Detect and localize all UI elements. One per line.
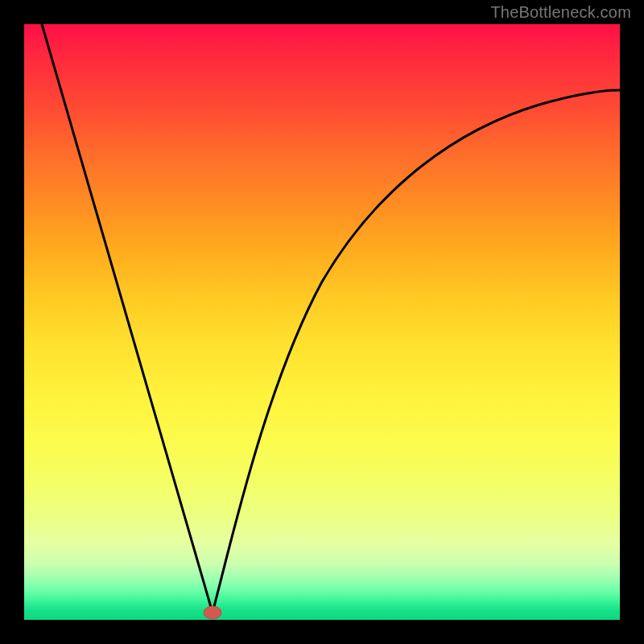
curve-right-branch (213, 90, 620, 613)
curve-left-branch (42, 24, 213, 613)
plot-area (24, 24, 620, 620)
min-marker (204, 606, 221, 619)
curve-layer (24, 24, 620, 620)
watermark-text: TheBottleneck.com (490, 3, 631, 22)
chart-frame: TheBottleneck.com (0, 0, 644, 644)
